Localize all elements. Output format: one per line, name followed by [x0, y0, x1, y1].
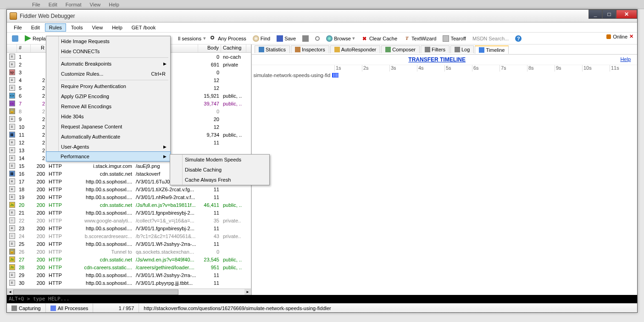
session-type-icon: ≡ — [9, 54, 15, 60]
target-icon — [211, 36, 214, 39]
col-number[interactable]: # — [17, 44, 31, 52]
browse-button[interactable]: Browse▾ — [324, 34, 357, 43]
session-row[interactable]: ≡22200HTTPwww.google-analyti.../collect?… — [7, 217, 251, 224]
menu-item[interactable]: Hide CONNECTs — [46, 46, 170, 56]
outer-menu-edit[interactable]: Edit — [49, 2, 57, 7]
performance-submenu: Simulate Modem SpeedsDisable CachingCach… — [170, 154, 270, 185]
session-row[interactable]: ≡23200HTTPhttp.00.s.sophosxl..../V3/01/1… — [7, 224, 251, 232]
session-type-icon: ≡ — [9, 210, 15, 216]
session-type-icon: ≡ — [9, 85, 15, 91]
clear-cache-button[interactable]: ✖Clear Cache — [359, 34, 400, 43]
session-row[interactable]: ≡24200HTTPb.scorecardresearc.../b?c1=2&c… — [7, 232, 251, 240]
submenu-item[interactable]: Disable Caching — [170, 165, 269, 175]
timeline-row[interactable]: simulate-network-speeds-using-fid — [252, 72, 637, 79]
menu-getbook[interactable]: GET /book — [128, 23, 160, 32]
minimize-button[interactable]: _ — [588, 10, 602, 19]
timeline-title[interactable]: TRANSFER TIMELINE — [408, 56, 466, 63]
menu-help[interactable]: Help — [108, 23, 127, 32]
session-type-icon: ≡ — [9, 194, 15, 200]
menu-item[interactable]: Automatic Breakpoints▶ — [46, 59, 170, 69]
tab-inspectors[interactable]: Inspectors — [291, 45, 329, 53]
save-icon — [277, 35, 283, 42]
session-row[interactable]: ≡19200HTTPhttp.00.s.sophosxl..../V3/01/1… — [7, 193, 251, 201]
status-url: http://stackoverflow.com/questions/16276… — [139, 304, 637, 312]
menu-item[interactable]: Require Proxy Authentication — [46, 81, 170, 91]
msdn-search[interactable]: MSDN Search... — [470, 35, 511, 42]
menu-item[interactable]: Customize Rules...Ctrl+R — [46, 69, 170, 79]
menu-rules[interactable]: Rules — [45, 23, 66, 32]
titlebar[interactable]: Fiddler Web Debugger _ □ ✕ — [7, 10, 637, 22]
wincfg-button[interactable] — [10, 34, 21, 43]
timer-icon — [315, 36, 320, 41]
session-row[interactable]: ≡25200HTTPhttp.00.s.sophosxl..../V3/01/1… — [7, 240, 251, 248]
outer-menu-view[interactable]: View — [90, 2, 101, 7]
quickexec-bar[interactable]: ALT+Q > type HELP... — [7, 295, 637, 303]
tab-icon — [295, 47, 300, 52]
help-button[interactable]: ? — [513, 34, 524, 43]
session-row[interactable]: 🔒26200HTTPTunnel toqa.sockets.stackexcha… — [7, 248, 251, 255]
tab-autoresponder[interactable]: AutoResponder — [330, 45, 380, 53]
window-title: Fiddler Web Debugger — [20, 13, 75, 19]
outer-menu-format[interactable]: Format — [66, 2, 82, 7]
tab-statistics[interactable]: Statistics — [255, 45, 290, 53]
submenu-item[interactable]: Simulate Modem Speeds — [170, 155, 269, 165]
session-type-icon: ≡ — [9, 139, 15, 145]
close-toolbar-button[interactable]: ✕ — [629, 33, 633, 39]
session-type-icon: sp — [9, 69, 15, 75]
session-type-icon: Js — [9, 256, 15, 262]
session-row[interactable]: ≡30200HTTPhttp.00.s.sophosxl..../V3/01/1… — [7, 279, 251, 287]
tab-log[interactable]: Log — [450, 45, 474, 53]
session-type-icon: 🔒 — [9, 249, 15, 255]
session-type-icon: Js — [9, 264, 15, 270]
menu-item[interactable]: Performance▶ — [46, 151, 171, 161]
col-body[interactable]: Body — [198, 44, 221, 52]
submenu-item[interactable]: Cache Always Fresh — [170, 175, 269, 185]
help-link[interactable]: Help — [620, 56, 635, 62]
processes-cell[interactable]: All Processes — [46, 304, 94, 312]
scroll-right-arrow[interactable]: ► — [244, 289, 251, 295]
menu-item[interactable]: Apply GZIP Encoding — [46, 91, 170, 101]
session-row[interactable]: Js28200HTTPcdn-careers.sstatic..../caree… — [7, 263, 251, 271]
session-row[interactable]: ≡29200HTTPhttp.00.s.sophosxl..../V3/01/1… — [7, 271, 251, 279]
tab-composer[interactable]: Composer — [381, 45, 420, 53]
col-caching[interactable]: Caching — [221, 44, 246, 52]
textwizard-button[interactable]: TTextWizard — [401, 34, 439, 43]
tab-filters[interactable]: Filters — [421, 45, 450, 53]
online-icon — [606, 34, 611, 39]
any-process-button[interactable]: Any Process — [208, 34, 249, 43]
horizontal-scrollbar[interactable]: ◄ ► — [7, 289, 251, 295]
scroll-left-arrow[interactable]: ◄ — [7, 289, 13, 295]
menu-item[interactable]: Hide Image Requests — [46, 36, 170, 46]
session-type-icon: ≡ — [9, 124, 15, 130]
timer-button[interactable] — [313, 35, 322, 42]
session-row[interactable]: ≡21200HTTPhttp.00.s.sophosxl..../V3/01/1… — [7, 209, 251, 217]
find-button[interactable]: Find — [250, 34, 272, 43]
outer-menu-file[interactable]: File — [32, 2, 40, 7]
session-row[interactable]: Js20200HTTPcdn.sstatic.net/Js/full.en.js… — [7, 201, 251, 209]
close-button[interactable]: ✕ — [616, 10, 637, 19]
session-row[interactable]: Js27200HTTPcdn.sstatic.net/Js/wmd.en.js?… — [7, 255, 251, 263]
tearoff-button[interactable]: Tearoff — [440, 34, 468, 43]
maximize-button[interactable]: □ — [602, 10, 616, 19]
menu-item[interactable]: Request Japanese Content — [46, 122, 170, 132]
menu-tools[interactable]: Tools — [67, 23, 87, 32]
outer-menu-help[interactable]: Help — [109, 2, 119, 7]
menu-view[interactable]: View — [88, 23, 107, 32]
menu-file[interactable]: File — [10, 23, 26, 32]
tab-timeline[interactable]: Timeline — [475, 45, 509, 54]
session-row[interactable]: ≡18200HTTPhttp.00.s.sophosxl..../V3/01/1… — [7, 185, 251, 193]
menu-edit[interactable]: Edit — [27, 23, 44, 32]
menu-item[interactable]: Automatically Authenticate — [46, 132, 170, 142]
col-result[interactable]: R — [31, 44, 47, 52]
remove-sessions-label[interactable]: ll sessions — [178, 36, 201, 41]
capturing-cell[interactable]: Capturing — [7, 304, 46, 312]
scroll-thumb[interactable] — [13, 289, 178, 295]
app-icon — [10, 12, 17, 20]
session-type-icon: ≡ — [9, 241, 15, 247]
menu-item[interactable]: User-Agents▶ — [46, 142, 170, 152]
fiddler-window: Fiddler Web Debugger _ □ ✕ File Edit Rul… — [6, 9, 638, 313]
screenshot-button[interactable] — [300, 34, 311, 43]
menu-item[interactable]: Remove All Encodings — [46, 101, 170, 111]
menu-item[interactable]: Hide 304s — [46, 111, 170, 122]
save-button[interactable]: Save — [274, 34, 298, 43]
